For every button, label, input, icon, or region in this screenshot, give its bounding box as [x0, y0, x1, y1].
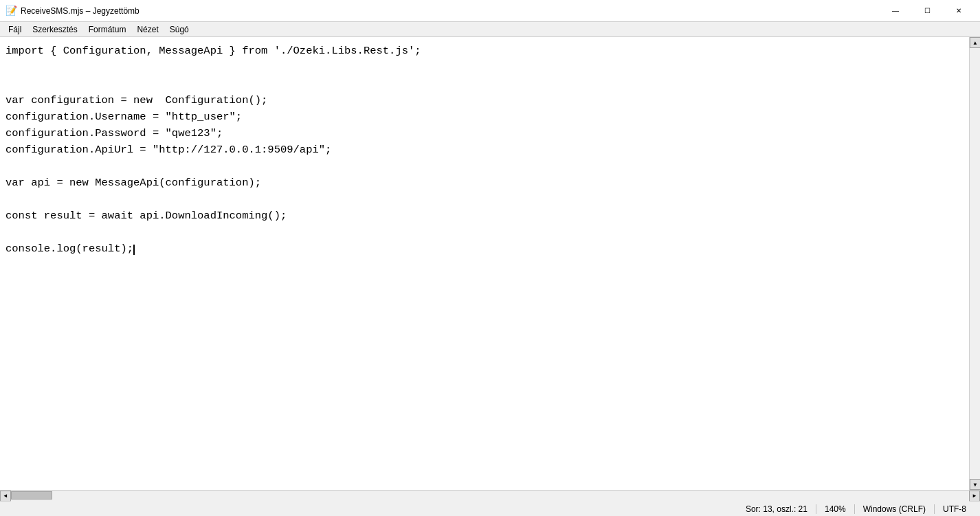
- menu-format[interactable]: Formátum: [83, 23, 132, 36]
- title-bar: 📝 ReceiveSMS.mjs – Jegyzettömb — ☐ ✕: [0, 0, 980, 22]
- menu-help[interactable]: Súgó: [164, 23, 194, 36]
- scroll-left-button[interactable]: ◄: [0, 491, 11, 502]
- text-cursor: [133, 245, 135, 256]
- horizontal-scrollbar[interactable]: ◄ ►: [0, 490, 980, 501]
- minimize-button[interactable]: —: [880, 0, 911, 22]
- menu-edit[interactable]: Szerkesztés: [27, 23, 82, 36]
- menu-bar: Fájl Szerkesztés Formátum Nézet Súgó: [0, 22, 980, 37]
- window-title: ReceiveSMS.mjs – Jegyzettömb: [21, 6, 140, 16]
- scroll-track-horizontal[interactable]: [11, 491, 969, 502]
- code-editor[interactable]: import { Configuration, MessageApi } fro…: [0, 37, 969, 490]
- menu-view[interactable]: Nézet: [131, 23, 164, 36]
- encoding: UTF-8: [934, 504, 975, 514]
- notepad-icon: 📝: [5, 5, 16, 16]
- scroll-right-button[interactable]: ►: [969, 491, 980, 502]
- editor-wrapper: import { Configuration, MessageApi } fro…: [0, 37, 980, 490]
- close-button[interactable]: ✕: [943, 0, 975, 22]
- scroll-track-vertical[interactable]: [970, 48, 980, 479]
- window-controls: — ☐ ✕: [880, 0, 975, 22]
- title-bar-left: 📝 ReceiveSMS.mjs – Jegyzettömb: [5, 5, 140, 16]
- scroll-down-button[interactable]: ▼: [970, 479, 980, 490]
- cursor-position: Sor: 13, oszl.: 21: [737, 504, 816, 514]
- scroll-up-button[interactable]: ▲: [970, 37, 980, 48]
- status-bar: Sor: 13, oszl.: 21 140% Windows (CRLF) U…: [0, 501, 980, 516]
- zoom-level: 140%: [816, 504, 854, 514]
- vertical-scrollbar[interactable]: ▲ ▼: [969, 37, 980, 490]
- maximize-button[interactable]: ☐: [911, 0, 943, 22]
- scroll-thumb-horizontal[interactable]: [11, 491, 52, 500]
- line-ending: Windows (CRLF): [854, 504, 934, 514]
- menu-file[interactable]: Fájl: [3, 23, 27, 36]
